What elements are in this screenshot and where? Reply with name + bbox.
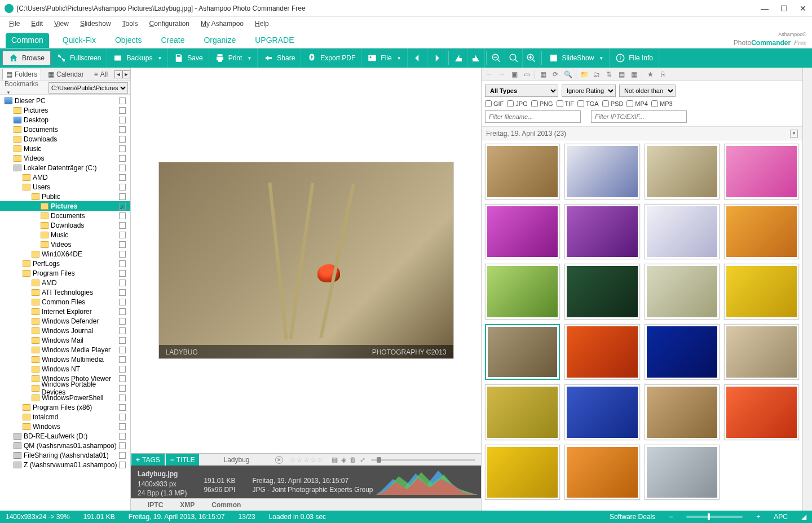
thumbnail[interactable] <box>645 204 720 260</box>
tree-node[interactable]: Videos <box>0 240 130 249</box>
tree-node[interactable]: Music <box>0 144 130 153</box>
tab-objects[interactable]: Objects <box>109 33 147 48</box>
fullscreen-button[interactable]: Fullscreen <box>51 48 107 68</box>
select-all-icon[interactable]: ▭ <box>522 70 531 79</box>
menu-my-ashampoo[interactable]: My Ashampoo <box>196 19 248 29</box>
scrollbar[interactable] <box>802 68 812 511</box>
menu-tools[interactable]: Tools <box>118 19 143 29</box>
thumbnail[interactable] <box>645 264 720 320</box>
tree-checkbox[interactable] <box>119 145 126 152</box>
remove-title-button[interactable]: −TITLE <box>166 454 200 466</box>
tab-create[interactable]: Create <box>155 33 190 48</box>
tree-node[interactable]: Documents <box>0 125 130 134</box>
format-mp3[interactable]: MP3 <box>651 100 673 107</box>
thumbnail[interactable] <box>724 324 799 380</box>
tree-checkbox[interactable] <box>119 222 126 229</box>
format-png[interactable]: PNG <box>531 100 553 107</box>
thumb-mini-icon[interactable]: ▦ <box>332 456 338 464</box>
next-button[interactable] <box>427 48 447 68</box>
expand-mini-icon[interactable]: ⤢ <box>360 456 365 464</box>
thumbnail[interactable] <box>564 445 639 500</box>
tree-node[interactable]: Videos <box>0 153 130 163</box>
tree-node[interactable]: AMD <box>0 172 130 182</box>
thumbnail[interactable] <box>564 264 639 320</box>
thumbnail[interactable] <box>485 445 560 500</box>
add-tag-button[interactable]: +TAGS <box>131 454 165 466</box>
tree-checkbox[interactable] <box>119 347 126 353</box>
tree-checkbox[interactable] <box>119 251 126 258</box>
tab-next[interactable]: ► <box>122 70 130 78</box>
thumbnail[interactable] <box>645 445 720 500</box>
software-deals-link[interactable]: Software Deals <box>610 513 655 521</box>
tree-checkbox[interactable] <box>119 318 126 325</box>
browse-button[interactable]: Browse <box>2 51 51 65</box>
tree-node[interactable]: Music <box>0 230 130 240</box>
title-value[interactable]: Ladybug <box>200 456 273 464</box>
tree-node[interactable]: Common Files <box>0 297 130 307</box>
grid-icon[interactable]: ▦ <box>539 70 548 79</box>
format-tif[interactable]: TIF <box>557 100 575 107</box>
zoom-minus[interactable]: − <box>669 513 673 521</box>
tree-checkbox[interactable] <box>119 184 126 190</box>
thumbnail[interactable] <box>485 204 560 260</box>
all-tab[interactable]: ≡All <box>91 69 111 79</box>
tree-node[interactable]: Users <box>0 182 130 192</box>
zoom-in-button[interactable] <box>523 48 540 68</box>
tree-node[interactable]: QM (\\ashsrvnas01.ashampoo) <box>0 441 130 450</box>
tree-checkbox[interactable] <box>119 375 126 382</box>
tree-node[interactable]: Dieser PC <box>0 96 130 105</box>
thumbnail[interactable] <box>485 144 560 200</box>
tree-checkbox[interactable] <box>119 155 126 162</box>
menu-configuration[interactable]: Configuration <box>145 19 194 29</box>
menu-slideshow[interactable]: Slideshow <box>76 19 116 29</box>
tree-checkbox[interactable] <box>119 174 126 181</box>
tree-node[interactable]: PerfLogs <box>0 259 130 268</box>
tree-checkbox[interactable] <box>119 423 126 430</box>
file-button[interactable]: File▼ <box>361 48 407 68</box>
minimize-button[interactable]: — <box>760 4 769 13</box>
group-collapse-icon[interactable]: ▼ <box>790 130 798 138</box>
thumbnail[interactable] <box>485 384 560 440</box>
backups-button[interactable]: Backups▼ <box>107 48 168 68</box>
tree-checkbox[interactable] <box>119 366 126 373</box>
thumbnail[interactable] <box>564 204 639 260</box>
rating-filter[interactable]: Ignore Rating <box>562 85 616 97</box>
tree-checkbox[interactable] <box>119 136 126 143</box>
bookmarks-dropdown[interactable]: Bookmarks ▼ <box>2 80 46 96</box>
format-mp4[interactable]: MP4 <box>626 100 648 107</box>
tag-mini-icon[interactable]: ◈ <box>341 456 346 464</box>
tab-organize[interactable]: Organize <box>198 33 241 48</box>
thumbnail[interactable] <box>724 384 799 440</box>
refresh-icon[interactable]: ⟳ <box>551 70 560 79</box>
tree-node[interactable]: Internet Explorer <box>0 307 130 316</box>
format-jpg[interactable]: JPG <box>507 100 527 107</box>
exif-filter[interactable] <box>591 110 687 123</box>
tree-checkbox[interactable] <box>119 97 126 104</box>
tree-node[interactable]: Windows Media Player <box>0 345 130 354</box>
clear-title[interactable]: ✕ <box>275 456 283 464</box>
tree-node[interactable]: Downloads <box>0 220 130 230</box>
filename-filter[interactable] <box>485 110 581 123</box>
rotate-left-button[interactable] <box>450 48 467 68</box>
tree-checkbox[interactable] <box>119 327 126 334</box>
tree-node[interactable]: Windows Mail <box>0 335 130 345</box>
format-gif[interactable]: GIF <box>485 100 504 107</box>
tree-node[interactable]: Program Files (x86) <box>0 402 130 412</box>
tree-node[interactable]: Public <box>0 192 130 201</box>
nav-fwd-icon[interactable]: → <box>497 70 506 79</box>
folder-icon[interactable]: 📁 <box>580 70 589 79</box>
tree-node[interactable]: Windows Journal <box>0 326 130 335</box>
tab-quickfix[interactable]: Quick-Fix <box>57 33 102 48</box>
tree-checkbox[interactable] <box>119 289 126 296</box>
format-psd[interactable]: PSD <box>602 100 624 107</box>
tree-checkbox[interactable] <box>119 280 126 286</box>
share-button[interactable]: Share <box>258 48 301 68</box>
tab-prev[interactable]: ◄ <box>114 70 122 78</box>
details-icon[interactable]: ▦ <box>629 70 638 79</box>
tree-checkbox[interactable] <box>119 212 126 219</box>
tree-node[interactable]: Win10X64DE <box>0 249 130 259</box>
zoom-out-button[interactable] <box>488 48 505 68</box>
folders-icon[interactable]: 🗂 <box>592 70 601 79</box>
tree-checkbox[interactable] <box>119 165 126 171</box>
thumbnail[interactable] <box>564 384 639 440</box>
